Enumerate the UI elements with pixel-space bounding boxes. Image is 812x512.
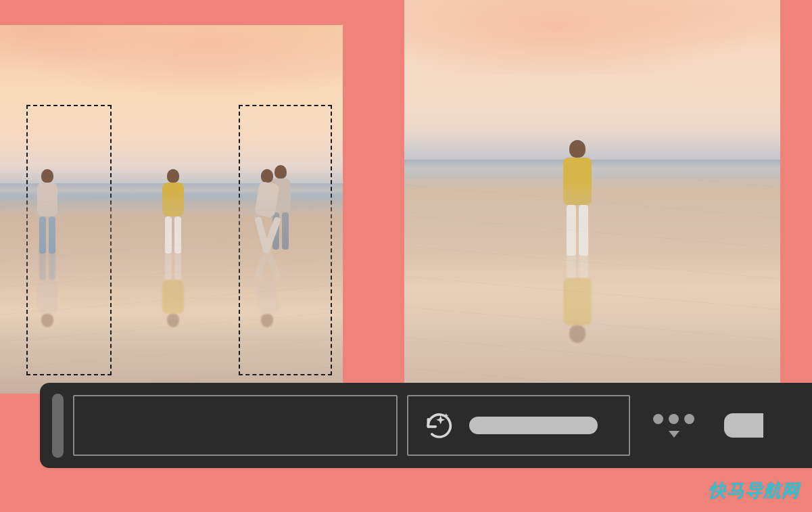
selection-box-1[interactable] bbox=[26, 105, 112, 375]
chevron-down-icon bbox=[669, 431, 679, 438]
person-reflection-3 bbox=[257, 243, 277, 327]
generate-button-label bbox=[469, 417, 598, 434]
sparkle-refresh-icon bbox=[423, 411, 453, 440]
person-reflection-2 bbox=[162, 243, 184, 327]
generate-button-group[interactable] bbox=[407, 395, 630, 456]
generative-fill-toolbar bbox=[40, 383, 812, 468]
more-options-icon bbox=[653, 414, 694, 424]
person-reflection-1 bbox=[37, 243, 57, 327]
prompt-text-input[interactable] bbox=[73, 395, 398, 456]
result-photo[interactable] bbox=[404, 0, 780, 399]
person-figure-2 bbox=[162, 169, 184, 254]
watermark-text: 快马导航网 bbox=[709, 479, 800, 503]
person-figure-result bbox=[563, 140, 592, 256]
more-options-group[interactable] bbox=[653, 414, 694, 438]
horizon-line bbox=[404, 160, 780, 177]
person-reflection-result bbox=[563, 227, 592, 343]
toolbar-drag-handle[interactable] bbox=[52, 394, 64, 458]
toolbar-end-control[interactable] bbox=[724, 413, 763, 438]
source-photo[interactable] bbox=[0, 25, 343, 394]
selection-box-2[interactable] bbox=[239, 105, 332, 375]
